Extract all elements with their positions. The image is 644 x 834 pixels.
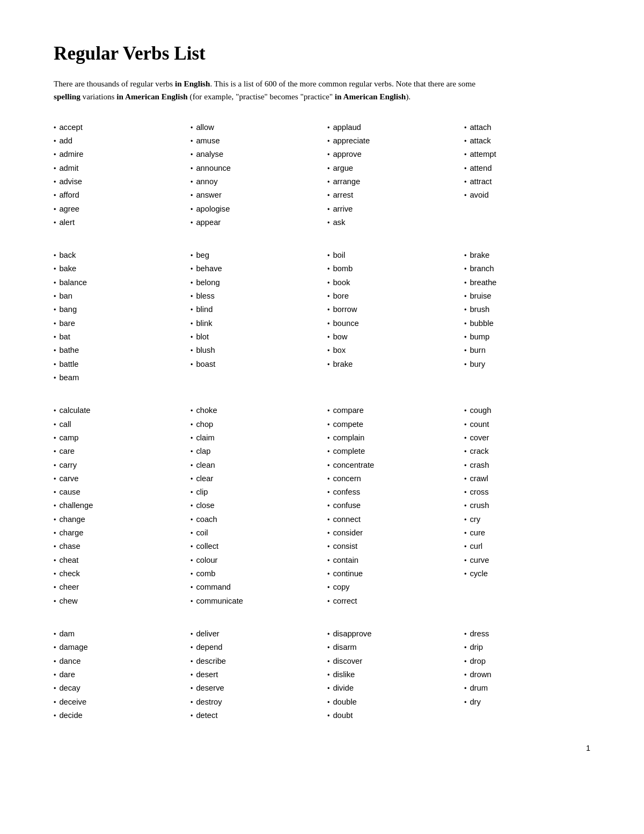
list-item: branch bbox=[464, 262, 590, 275]
list-item: borrow bbox=[327, 303, 453, 316]
list-item: appear bbox=[191, 216, 317, 229]
list-item: ask bbox=[327, 216, 453, 229]
list-item: bore bbox=[327, 289, 453, 303]
list-item: clip bbox=[191, 485, 317, 499]
list-item: call bbox=[54, 418, 180, 431]
list-item: continue bbox=[327, 567, 453, 581]
list-item: deliver bbox=[191, 627, 317, 641]
list-item: admire bbox=[54, 148, 180, 161]
list-item: attend bbox=[464, 162, 590, 175]
list-item: contain bbox=[327, 554, 453, 567]
list-item: carry bbox=[54, 459, 180, 472]
verb-section-d: damdamagedancedaredecaydeceivedecidedeli… bbox=[54, 627, 590, 722]
list-item: choke bbox=[191, 404, 317, 417]
verb-column-b-1: begbehavebelongblessblindblinkblotblushb… bbox=[191, 249, 317, 385]
verb-column-c-2: comparecompetecomplaincompleteconcentrat… bbox=[327, 404, 453, 608]
list-item: cover bbox=[464, 431, 590, 445]
verb-column-b-3: brakebranchbreathebruisebrushbubblebumpb… bbox=[464, 249, 590, 385]
list-item: argue bbox=[327, 162, 453, 175]
list-item: dare bbox=[54, 668, 180, 681]
list-item: advise bbox=[54, 175, 180, 188]
list-item: chew bbox=[54, 594, 180, 608]
list-item: cause bbox=[54, 485, 180, 499]
list-item: ban bbox=[54, 289, 180, 303]
verb-column-d-3: dressdripdropdrowndrumdry bbox=[464, 627, 590, 722]
verb-column-d-1: deliverdependdescribedesertdeservedestro… bbox=[191, 627, 317, 722]
list-item: clap bbox=[191, 445, 317, 458]
list-item: correct bbox=[327, 594, 453, 608]
intro-text: There are thousands of regular verbs in … bbox=[54, 77, 494, 104]
list-item: curl bbox=[464, 540, 590, 553]
list-item: change bbox=[54, 513, 180, 526]
list-item: consider bbox=[327, 526, 453, 540]
list-item: blush bbox=[191, 344, 317, 357]
list-item: cross bbox=[464, 485, 590, 499]
list-item: bat bbox=[54, 330, 180, 344]
list-item: bless bbox=[191, 289, 317, 303]
list-item: blot bbox=[191, 330, 317, 344]
list-item: cure bbox=[464, 526, 590, 540]
list-item: behave bbox=[191, 262, 317, 275]
list-item: crawl bbox=[464, 472, 590, 485]
list-item: analyse bbox=[191, 148, 317, 161]
list-item: bow bbox=[327, 330, 453, 344]
list-item: concern bbox=[327, 472, 453, 485]
list-item: depend bbox=[191, 641, 317, 654]
list-item: communicate bbox=[191, 594, 317, 608]
list-item: cough bbox=[464, 404, 590, 417]
list-item: brake bbox=[464, 249, 590, 262]
list-item: book bbox=[327, 276, 453, 289]
list-item: dress bbox=[464, 627, 590, 641]
list-item: coil bbox=[191, 526, 317, 540]
verb-column-c-0: calculatecallcampcarecarrycarvecausechal… bbox=[54, 404, 180, 608]
verb-column-b-2: boilbombbookboreborrowbouncebowboxbrake bbox=[327, 249, 453, 385]
list-item: approve bbox=[327, 148, 453, 161]
list-item: clear bbox=[191, 472, 317, 485]
list-item: blink bbox=[191, 317, 317, 330]
list-item: beg bbox=[191, 249, 317, 262]
list-item: check bbox=[54, 567, 180, 581]
list-item: drown bbox=[464, 668, 590, 681]
list-item: collect bbox=[191, 540, 317, 553]
list-item: brake bbox=[327, 358, 453, 371]
list-item: annoy bbox=[191, 175, 317, 188]
list-item: cheer bbox=[54, 581, 180, 594]
verb-column-d-2: disapprovedisarmdiscoverdislikedividedou… bbox=[327, 627, 453, 722]
list-item: command bbox=[191, 581, 317, 594]
verb-section-a: acceptaddadmireadmitadviseaffordagreeale… bbox=[54, 121, 590, 230]
list-item: bomb bbox=[327, 262, 453, 275]
list-item: back bbox=[54, 249, 180, 262]
list-item: add bbox=[54, 134, 180, 148]
list-item: avoid bbox=[464, 188, 590, 202]
list-item: double bbox=[327, 695, 453, 709]
list-item: consist bbox=[327, 540, 453, 553]
list-item: bare bbox=[54, 317, 180, 330]
list-item: curve bbox=[464, 554, 590, 567]
list-item: dislike bbox=[327, 668, 453, 681]
list-item: arrange bbox=[327, 175, 453, 188]
verb-section-b: backbakebalancebanbangbarebatbathebattle… bbox=[54, 249, 590, 385]
verb-column-a-1: allowamuseanalyseannounceannoyanswerapol… bbox=[191, 121, 317, 230]
list-item: attack bbox=[464, 134, 590, 148]
list-item: agree bbox=[54, 202, 180, 216]
list-item: crush bbox=[464, 499, 590, 512]
list-item: cheat bbox=[54, 554, 180, 567]
list-item: clean bbox=[191, 459, 317, 472]
list-item: answer bbox=[191, 188, 317, 202]
list-item: attract bbox=[464, 175, 590, 188]
list-item: crash bbox=[464, 459, 590, 472]
list-item: appreciate bbox=[327, 134, 453, 148]
list-item: apologise bbox=[191, 202, 317, 216]
list-item: chop bbox=[191, 418, 317, 431]
list-item: compare bbox=[327, 404, 453, 417]
list-item: crack bbox=[464, 445, 590, 458]
list-item: confess bbox=[327, 485, 453, 499]
list-item: desert bbox=[191, 668, 317, 681]
verb-sections: acceptaddadmireadmitadviseaffordagreeale… bbox=[54, 121, 590, 723]
list-item: cycle bbox=[464, 567, 590, 581]
list-item: alert bbox=[54, 216, 180, 229]
list-item: accept bbox=[54, 121, 180, 134]
verb-column-c-3: coughcountcovercrackcrashcrawlcrosscrush… bbox=[464, 404, 590, 608]
list-item: applaud bbox=[327, 121, 453, 134]
list-item: doubt bbox=[327, 709, 453, 722]
